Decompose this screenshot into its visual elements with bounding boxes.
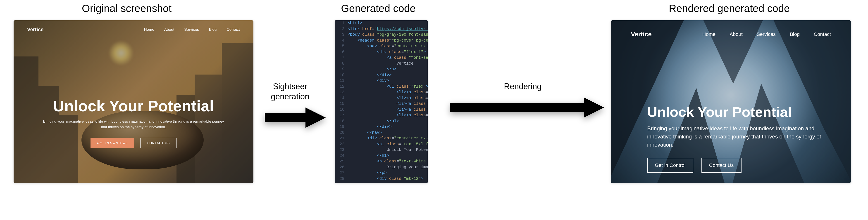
rendered-nav-about[interactable]: About: [730, 31, 743, 37]
code-line: 25 <p class="text-white tex: [335, 158, 428, 164]
rendered-navbar: Vertice Home About Services Blog Contact: [611, 31, 851, 38]
code-line: 26 Bringing your imagina: [335, 164, 428, 170]
original-nav-contact[interactable]: Contact: [226, 27, 240, 32]
rendered-cta-primary[interactable]: Get in Control: [647, 158, 693, 173]
original-hero: Unlock Your Potential Bringing your imag…: [13, 97, 253, 148]
original-cta-secondary[interactable]: CONTACT US: [140, 138, 177, 148]
original-cta-primary[interactable]: GET IN CONTROL: [91, 138, 134, 148]
code-line: 19 </div>: [335, 124, 428, 130]
original-brand[interactable]: Vertice: [27, 27, 43, 33]
code-line: 8 Vertice: [335, 61, 428, 67]
svg-marker-1: [450, 97, 604, 118]
rendered-brand[interactable]: Vertice: [631, 31, 652, 38]
code-line: 11 <div>: [335, 78, 428, 84]
code-line: 17 <li><a class="tex: [335, 112, 428, 118]
code-line: 22 <h1 class="text-5xl font: [335, 141, 428, 147]
arrow-sightseer-generation: Sightseer generation: [262, 81, 328, 132]
original-heading: Unlock Your Potential: [41, 97, 226, 115]
rendered-hero: Unlock Your Potential Bringing your imag…: [647, 104, 824, 173]
code-line: 16 <li><a class="tex: [335, 107, 428, 113]
original-subheading: Bringing your imaginative ideas to life …: [41, 119, 226, 130]
original-nav-about[interactable]: About: [164, 27, 174, 32]
original-nav-home[interactable]: Home: [144, 27, 154, 32]
code-line: 14 <li><a class="tex: [335, 95, 428, 101]
code-line: 18 </ul>: [335, 118, 428, 124]
original-screenshot-panel: Vertice Home About Services Blog Contact…: [13, 20, 253, 183]
code-line: 24 </h1>: [335, 153, 428, 159]
rendered-output-panel: Vertice Home About Services Blog Contact…: [611, 20, 851, 183]
code-line: 21 <div class="container mx-auto: [335, 136, 428, 141]
title-original: Original screenshot: [0, 2, 253, 14]
code-line: 13 <li><a class="tex: [335, 89, 428, 95]
code-line: 1<html>: [335, 20, 428, 26]
rendered-nav-home[interactable]: Home: [702, 31, 716, 37]
original-nav-blog[interactable]: Blog: [209, 27, 217, 32]
code-line: 6 <div class="flex-1">: [335, 49, 428, 55]
rendered-nav-blog[interactable]: Blog: [790, 31, 800, 37]
code-line: 2<link href="https://cdn.jsdelivr.net: [335, 26, 428, 32]
code-line: 28 <div class="mt-12">: [335, 176, 428, 182]
rendered-nav-services[interactable]: Services: [757, 31, 776, 37]
rendered-subheading: Bringing your imaginative ideas to life …: [647, 124, 824, 149]
original-navbar: Vertice Home About Services Blog Contact: [13, 27, 253, 33]
code-line: 7 <a class="font-semibo: [335, 55, 428, 61]
code-line: 4 <header class="bg-cover bg-cente: [335, 38, 428, 44]
generated-code-panel: 1<html>2<link href="https://cdn.jsdelivr…: [335, 20, 428, 183]
code-line: 10 </div>: [335, 72, 428, 78]
code-line: 9 </a>: [335, 66, 428, 72]
arrow-rendering: Rendering: [448, 81, 607, 122]
code-line: 12 <ul class="flex">: [335, 84, 428, 90]
code-line: 15 <li><a class="tex: [335, 101, 428, 107]
rendered-cta-secondary[interactable]: Contact Us: [702, 158, 742, 173]
title-code: Generated code: [315, 2, 442, 14]
code-line: 20 </nav>: [335, 130, 428, 136]
arrow1-label: Sightseer generation: [261, 81, 319, 102]
rendered-nav-contact[interactable]: Contact: [814, 31, 831, 37]
code-line: 27 </p>: [335, 170, 428, 176]
title-rendered: Rendered generated code: [604, 2, 855, 14]
svg-marker-0: [265, 108, 326, 128]
arrow-right-icon: [262, 103, 328, 132]
code-line: 3<body class="bg-gray-100 font-sans: [335, 32, 428, 38]
arrow-right-icon: [448, 93, 607, 122]
original-nav-services[interactable]: Services: [184, 27, 199, 32]
code-line: 5 <nav class="container mx-aut: [335, 43, 428, 49]
rendered-heading: Unlock Your Potential: [647, 104, 824, 120]
arrow2-label: Rendering: [493, 81, 552, 91]
code-line: 23 Unlock Your Potentia: [335, 147, 428, 153]
